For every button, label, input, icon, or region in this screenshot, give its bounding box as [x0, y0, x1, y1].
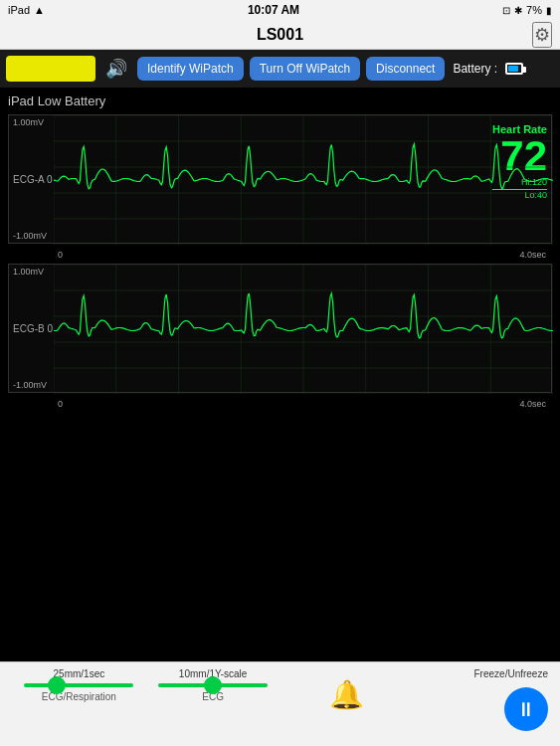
status-time: 10:07 AM: [248, 3, 299, 17]
ecg-b-bottom-label: -1.00mV: [13, 380, 47, 390]
ecg-scale-control: 10mm/1Y-scale ECG: [146, 668, 280, 702]
status-right: ⊡ ✱ 7% ▮: [502, 4, 552, 16]
ecg-b-chart: 1.00mV -1.00mV ECG-B 0: [8, 264, 552, 393]
slider1-thumb[interactable]: [48, 676, 66, 694]
sound-button[interactable]: 🔊: [101, 56, 131, 82]
ecg-b-channel-label: ECG-B 0: [13, 323, 53, 334]
ecg-b-x-right: 4.0sec: [519, 399, 546, 409]
title-bar: LS001 ⚙: [0, 20, 560, 50]
bottom-controls: 25mm/1sec ECG/Respiration 10mm/1Y-scale …: [0, 661, 560, 746]
slider1-track[interactable]: [24, 683, 133, 687]
ecg-b-top-label: 1.00mV: [13, 267, 44, 277]
battery-percent: 7%: [526, 4, 542, 16]
battery-fill: [508, 66, 518, 72]
freeze-button[interactable]: ⏸: [504, 687, 548, 731]
freeze-group: Freeze/Unfreeze ⏸: [414, 668, 548, 731]
disconnect-button[interactable]: Disconnect: [366, 57, 445, 81]
ecg-a-top-label: 1.00mV: [13, 117, 44, 127]
status-left: iPad ▲: [8, 4, 45, 16]
ecg-respiration-control: 25mm/1sec ECG/Respiration: [12, 668, 146, 702]
ecg-b-svg: [54, 265, 553, 394]
freeze-label: Freeze/Unfreeze: [474, 668, 548, 679]
ipad-low-battery-label: iPad Low Battery: [8, 93, 552, 108]
battery-icon: [505, 63, 523, 75]
bell-button[interactable]: 🔔: [329, 668, 364, 711]
slider2-thumb[interactable]: [204, 676, 222, 694]
battery-text-label: Battery :: [453, 62, 497, 76]
bell-icon: 🔔: [329, 679, 364, 710]
ecg-a-x-right: 4.0sec: [519, 250, 546, 260]
ecg-a-channel-label: ECG-A 0: [13, 174, 52, 185]
toolbar: 🔊 Identify WiPatch Turn Off WiPatch Disc…: [0, 50, 560, 88]
ecg-a-bottom-label: -1.00mV: [13, 231, 47, 241]
pause-icon: ⏸: [516, 698, 536, 721]
gear-button[interactable]: ⚙: [532, 22, 552, 48]
battery-indicator: [6, 56, 95, 82]
battery-status-icon: ▮: [546, 5, 552, 16]
bell-group: 🔔: [280, 668, 415, 711]
ecg-b-chart-wrapper: 1.00mV -1.00mV ECG-B 0 0 4.0sec: [8, 264, 552, 393]
slider2-track[interactable]: [158, 683, 268, 687]
ecg-a-x-left: 0: [58, 250, 63, 260]
identify-wipatch-button[interactable]: Identify WiPatch: [137, 57, 244, 81]
ipad-label: iPad: [8, 4, 30, 16]
page-title: LS001: [257, 26, 303, 44]
turn-off-wipatch-button[interactable]: Turn Off WiPatch: [250, 57, 360, 81]
ecg-a-chart-wrapper: 1.00mV -1.00mV ECG-A 0 Heart Rate 72 Hi:…: [8, 114, 552, 244]
ecg-a-chart: 1.00mV -1.00mV ECG-A 0 Heart Rate 72 Hi:…: [8, 114, 552, 244]
wifi-icon: ▲: [34, 4, 45, 16]
speaker-icon: 🔊: [105, 59, 127, 79]
bluetooth-icon: ✱: [514, 5, 522, 16]
ecg-b-x-left: 0: [58, 399, 63, 409]
ecg-a-svg: [54, 115, 553, 245]
main-content: iPad Low Battery 1.00mV -1.00mV ECG-A 0 …: [0, 88, 560, 661]
airplay-icon: ⊡: [502, 5, 510, 16]
status-bar: iPad ▲ 10:07 AM ⊡ ✱ 7% ▮: [0, 0, 560, 20]
